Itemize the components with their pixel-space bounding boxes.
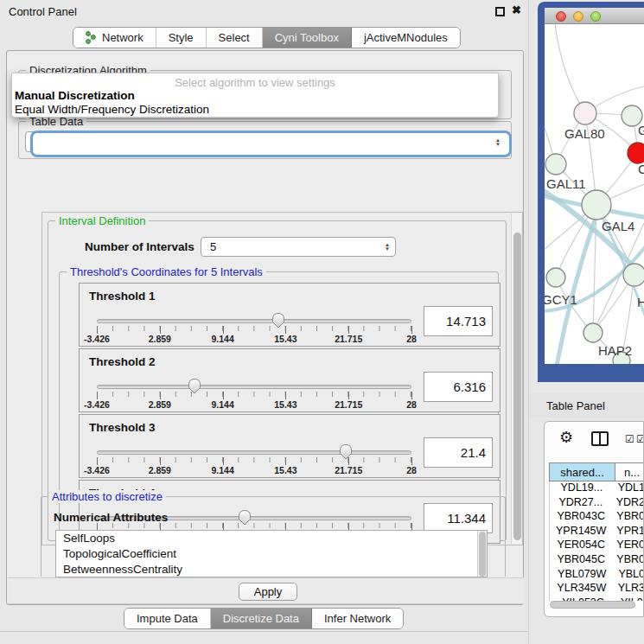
thresholds-group-title: Threshold's Coordinates for 5 Intervals	[67, 265, 266, 278]
algorithm-dropdown-popup: Select algorithm to view settings Manual…	[11, 73, 499, 118]
attributes-group: Attributes to discretize Numerical Attri…	[41, 496, 506, 577]
table-row[interactable]: YDL19...YDL1	[550, 481, 644, 496]
combo-arrows-icon: ▲▼	[385, 243, 390, 252]
tab-discretize-label: Discretize Data	[223, 612, 299, 625]
threshold-1-value[interactable]: 14.713	[424, 306, 493, 336]
list-item[interactable]: SelfLoops	[56, 531, 487, 546]
algorithm-combobox[interactable]: ▲▼	[30, 131, 512, 157]
cyni-toolbox-panel: Discretization Algorithm ▲▼ Table Data g…	[6, 50, 524, 605]
cell[interactable]: YBR043C	[550, 510, 612, 525]
tab-network[interactable]: Network	[73, 28, 156, 48]
tab-impute-label: Impute Data	[137, 612, 198, 625]
table-row[interactable]: YBR045CYBR0	[550, 553, 644, 568]
cell[interactable]: YBR0	[612, 553, 644, 568]
table-row[interactable]: YBL079WYBL0	[550, 568, 644, 583]
numerical-attributes-label: Numerical Attributes	[54, 511, 168, 524]
network-canvas[interactable]: GAL80 G GAL11 C GAL4 GCY1 H HAP2	[545, 24, 644, 364]
close-traffic-light-icon[interactable]	[556, 11, 566, 22]
column-header-shared-name[interactable]: shared...	[550, 463, 615, 481]
list-item[interactable]: BetweennessCentrality	[56, 562, 487, 577]
column-layout-icon[interactable]	[591, 431, 609, 446]
threshold-3-slider-thumb[interactable]	[339, 443, 353, 463]
table-row[interactable]: YLR345WYLR3	[550, 582, 644, 596]
network-node[interactable]	[574, 102, 596, 124]
table-hscrollbar-thumb[interactable]	[550, 601, 635, 609]
zoom-traffic-light-icon[interactable]	[590, 11, 601, 22]
network-window-titlebar[interactable]	[545, 8, 644, 24]
table-row[interactable]: YDR27...YDR2	[550, 496, 644, 511]
threshold-2-value[interactable]: 6.316	[424, 372, 493, 402]
cell[interactable]: YLR3	[614, 582, 644, 596]
table-row[interactable]: YBR043CYBR0	[550, 510, 644, 525]
tab-jactivemnodules[interactable]: jActiveMNodules	[352, 28, 460, 48]
tab-style[interactable]: Style	[156, 28, 207, 48]
network-node[interactable]	[583, 323, 603, 342]
apply-band: Apply	[8, 577, 524, 604]
float-window-icon[interactable]	[495, 7, 505, 16]
apply-button[interactable]: Apply	[239, 583, 297, 601]
attributes-scrollbar[interactable]	[477, 531, 487, 577]
tick-label: 15.43	[274, 399, 296, 410]
tick-label: 2.859	[149, 334, 171, 344]
network-node[interactable]	[546, 268, 565, 287]
node-label: GAL4	[602, 219, 634, 233]
minimize-traffic-light-icon[interactable]	[573, 11, 583, 22]
threshold-3-value[interactable]: 21.4	[424, 437, 493, 468]
table-panel-titlebar: Table Panel	[529, 393, 644, 418]
threshold-1-slider-track[interactable]	[97, 319, 411, 323]
cell[interactable]: YLR345W	[550, 582, 614, 596]
threshold-1-slider-thumb[interactable]	[271, 312, 285, 332]
network-node[interactable]	[623, 264, 644, 286]
network-node[interactable]	[545, 154, 566, 175]
checkbox-icon[interactable]: ☑	[636, 433, 644, 445]
close-icon[interactable]: ✖	[512, 3, 521, 16]
table-header-row: shared... n...	[549, 462, 644, 481]
menu-item-manual-discretization[interactable]: Manual Discretization	[15, 89, 135, 102]
node-label: GAL80	[564, 126, 605, 141]
threshold-2-slider-track[interactable]	[97, 385, 411, 389]
cell[interactable]: YER054C	[550, 539, 612, 553]
cell[interactable]: YER0	[612, 539, 644, 553]
tab-cyni-toolbox[interactable]: Cyni Toolbox	[263, 28, 352, 48]
column-header-name[interactable]: n...	[615, 463, 644, 481]
tick-label: -3.426	[84, 334, 110, 344]
cell[interactable]: YDR27...	[550, 496, 612, 511]
tab-discretize-data[interactable]: Discretize Data	[211, 609, 312, 628]
cell[interactable]: YDR2	[612, 496, 644, 511]
tab-infer-network[interactable]: Infer Network	[312, 609, 403, 628]
tick-label: 9.144	[211, 334, 233, 344]
cell[interactable]: YBR0	[612, 510, 644, 525]
num-intervals-value: 5	[210, 240, 216, 253]
checkbox-icon[interactable]: ☑	[625, 433, 634, 445]
tick-label: 2.859	[149, 399, 171, 410]
gear-icon[interactable]: ⚙	[559, 428, 573, 447]
list-item[interactable]: TopologicalCoefficient	[56, 546, 487, 562]
menu-item-equal-width-frequency[interactable]: Equal Width/Frequency Discretization	[15, 103, 209, 116]
numerical-attributes-list[interactable]: SelfLoops TopologicalCoefficient Between…	[55, 530, 488, 577]
table-row[interactable]: YER054CYER0	[550, 539, 644, 553]
settings-scrollbar-thumb[interactable]	[513, 233, 521, 540]
cell[interactable]: YPR1	[612, 525, 644, 539]
tab-select[interactable]: Select	[207, 28, 263, 48]
cell[interactable]: YBR045C	[550, 553, 612, 568]
threshold-4-slider-thumb[interactable]	[238, 509, 252, 529]
node-label: H	[637, 295, 644, 309]
threshold-3-slider-track[interactable]	[97, 450, 411, 455]
tick-label: 15.43	[274, 465, 296, 475]
tab-impute-data[interactable]: Impute Data	[124, 609, 211, 628]
threshold-2-slider-thumb[interactable]	[188, 378, 201, 398]
cell[interactable]: YDL1	[614, 481, 644, 496]
cell[interactable]: YPR145W	[550, 525, 612, 539]
cell[interactable]: YBL0	[614, 568, 644, 583]
network-node-selected[interactable]	[628, 143, 644, 163]
cell[interactable]: YBL079W	[550, 568, 614, 583]
attributes-scrollbar-thumb[interactable]	[479, 532, 486, 577]
table-hscrollbar[interactable]	[550, 601, 639, 609]
table-body[interactable]: YDL19...YDL1 YDR27...YDR2 YBR043CYBR0 YP…	[549, 481, 644, 601]
num-intervals-combobox[interactable]: 5 ▲▼	[201, 237, 396, 257]
threshold-3-label: Threshold 3	[89, 421, 156, 434]
cell[interactable]: YDL19...	[550, 481, 614, 496]
network-node[interactable]	[582, 190, 611, 220]
table-row[interactable]: YPR145WYPR1	[550, 525, 644, 539]
settings-scrollbar[interactable]	[511, 214, 521, 544]
